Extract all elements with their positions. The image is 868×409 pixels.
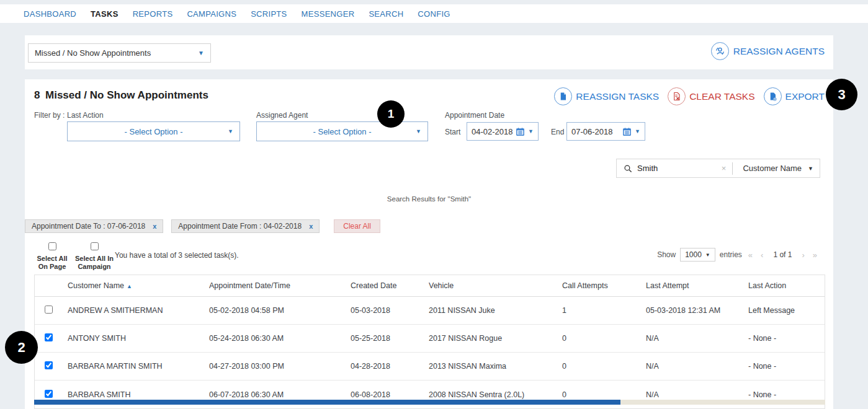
select-all-on-page-checkbox[interactable] [48, 242, 56, 250]
header-last-action[interactable]: Last Action [748, 281, 825, 290]
filter-chip-date-to: Appointment Date To : 07-06-2018 x [25, 219, 163, 233]
clear-tasks-button[interactable]: CLEAR TASKS [668, 87, 754, 105]
nav-item-messenger[interactable]: MESSENGER [302, 9, 355, 19]
cell-appointment-date: 04-27-2018 03:00 PM [209, 362, 351, 371]
header-call-attempts[interactable]: Call Attempts [562, 281, 646, 290]
nav-item-scripts[interactable]: SCRIPTS [251, 9, 287, 19]
search-field-select[interactable]: Customer Name ▼ [733, 164, 820, 173]
header-vehicle[interactable]: Vehicle [429, 281, 562, 290]
cell-call-attempts: 0 [562, 334, 646, 343]
task-view-select[interactable]: Missed / No Show Appointments ▼ [28, 43, 211, 63]
select-all-on-page-label: Select All On Page [33, 255, 71, 271]
row-checkbox[interactable] [45, 306, 53, 314]
end-date-value: 07-06-2018 [571, 127, 613, 136]
chip-remove-icon[interactable]: x [153, 222, 156, 230]
row-checkbox[interactable] [45, 361, 53, 369]
cell-appointment-date: 05-24-2018 06:30 AM [209, 334, 351, 343]
chevron-down-icon: ▼ [228, 128, 233, 134]
cell-vehicle: 2017 NISSAN Rogue [429, 334, 562, 343]
nav-item-dashboard[interactable]: DASHBOARD [24, 9, 76, 19]
reassign-agents-button[interactable]: REASSIGN AGENTS [711, 42, 825, 60]
table-row: BARBARA MARTIN SMITH 04-27-2018 03:00 PM… [35, 353, 825, 380]
chevron-down-icon: ▼ [416, 128, 421, 134]
paging-controls: Show 1000 ▼ entries « ‹ 1 of 1 › » [657, 248, 819, 262]
next-page-button[interactable]: › [800, 250, 806, 260]
search-input[interactable] [637, 164, 715, 173]
clear-all-button[interactable]: Clear All [334, 219, 380, 233]
cell-last-attempt: N/A [646, 334, 748, 343]
chip-label: Appointment Date To : 07-06-2018 [32, 222, 145, 231]
assigned-agent-label: Assigned Agent [256, 111, 308, 120]
cell-customer-name: ANDREW A SMITHERMAN [68, 306, 209, 315]
top-nav: DASHBOARD TASKS REPORTS CAMPAIGNS SCRIPT… [0, 4, 868, 23]
table-row: ANTONY SMITH 05-24-2018 06:30 AM 05-25-2… [35, 325, 825, 353]
active-filter-chips: Appointment Date To : 07-06-2018 x Appoi… [25, 219, 380, 233]
page-size-value: 1000 [685, 250, 702, 259]
last-action-select[interactable]: - Select Option - ▼ [67, 121, 240, 141]
cell-last-action: Left Message [748, 306, 825, 315]
calendar-icon[interactable] [622, 127, 632, 136]
appointment-date-label: Appointment Date [445, 111, 504, 120]
cell-customer-name: BARBARA SMITH [68, 390, 209, 399]
table-row: ANDREW A SMITHERMAN 05-02-2018 04:58 PM … [35, 297, 825, 325]
calendar-icon[interactable] [516, 127, 525, 136]
cell-call-attempts: 1 [562, 306, 646, 315]
start-date-value: 04-02-2018 [472, 127, 513, 136]
nav-item-tasks[interactable]: TASKS [91, 9, 119, 19]
cell-customer-name: BARBARA MARTIN SMITH [68, 362, 209, 371]
cell-vehicle: 2008 NISSAN Sentra (2.0L) [429, 390, 562, 399]
last-action-label: Last Action [67, 111, 104, 120]
cell-customer-name: ANTONY SMITH [68, 334, 209, 343]
show-label: Show [657, 250, 676, 259]
cell-created-date: 05-03-2018 [351, 306, 429, 315]
row-checkbox[interactable] [45, 333, 53, 341]
search-results-text: Search Results for "Smith" [25, 195, 833, 203]
search-clear-icon[interactable]: × [715, 164, 733, 173]
cell-created-date: 05-25-2018 [351, 334, 429, 343]
header-customer-name[interactable]: Customer Name▲ [68, 281, 209, 290]
prev-page-button[interactable]: ‹ [759, 250, 765, 260]
header-created-date[interactable]: Created Date [351, 281, 429, 290]
select-all-in-campaign-checkbox[interactable] [91, 242, 99, 250]
tasks-panel: 8 Missed / No Show Appointments REASSIGN… [25, 79, 833, 409]
horizontal-scrollbar[interactable] [34, 400, 825, 405]
assigned-agent-select[interactable]: - Select Option - ▼ [256, 121, 428, 141]
selection-summary: You have a total of 3 selected task(s). [115, 251, 239, 260]
assigned-agent-value: - Select Option - [313, 127, 372, 136]
nav-item-reports[interactable]: REPORTS [133, 9, 173, 19]
chip-label: Appointment Date From : 04-02-2018 [178, 222, 302, 231]
cell-vehicle: 2011 NISSAN Juke [429, 306, 562, 315]
cell-call-attempts: 0 [562, 362, 646, 371]
chevron-down-icon: ▼ [635, 128, 640, 134]
chip-remove-icon[interactable]: x [309, 222, 313, 230]
filter-by-label: Filter by : [34, 111, 65, 120]
table-header-row: Customer Name▲ Appointment Date/Time Cre… [35, 275, 825, 297]
cell-call-attempts: 0 [562, 390, 646, 399]
start-date-input[interactable]: 04-02-2018 ▼ [467, 122, 539, 141]
page-size-select[interactable]: 1000 ▼ [680, 248, 715, 262]
reassign-tasks-button[interactable]: REASSIGN TASKS [554, 87, 659, 105]
select-all-in-campaign-label: Select All In Campaign [75, 255, 114, 271]
cell-last-attempt: N/A [646, 390, 748, 399]
header-appointment-date[interactable]: Appointment Date/Time [209, 281, 351, 290]
scrollbar-thumb[interactable] [34, 400, 620, 405]
search-box: × Customer Name ▼ [616, 159, 820, 178]
annotation-badge-1: 1 [377, 100, 405, 128]
filter-chip-date-from: Appointment Date From : 04-02-2018 x [171, 219, 320, 233]
first-page-button[interactable]: « [746, 250, 754, 260]
toolbar-band: Missed / No Show Appointments ▼ REASSIGN… [25, 35, 833, 69]
row-checkbox[interactable] [45, 390, 53, 398]
cell-last-attempt: N/A [646, 362, 748, 371]
chevron-down-icon: ▼ [705, 252, 710, 258]
export-button[interactable]: EXPORT [764, 87, 825, 105]
reassign-tasks-label: REASSIGN TASKS [576, 91, 659, 102]
page-info: 1 of 1 [769, 250, 795, 259]
header-last-attempt[interactable]: Last Attempt [646, 281, 748, 290]
last-page-button[interactable]: » [811, 250, 819, 260]
nav-item-search[interactable]: SEARCH [369, 9, 403, 19]
nav-item-config[interactable]: CONFIG [418, 9, 450, 19]
start-date-label: Start [445, 128, 460, 136]
end-date-input[interactable]: 07-06-2018 ▼ [566, 122, 645, 141]
nav-item-campaigns[interactable]: CAMPAIGNS [187, 9, 236, 19]
entries-label: entries [720, 250, 742, 259]
